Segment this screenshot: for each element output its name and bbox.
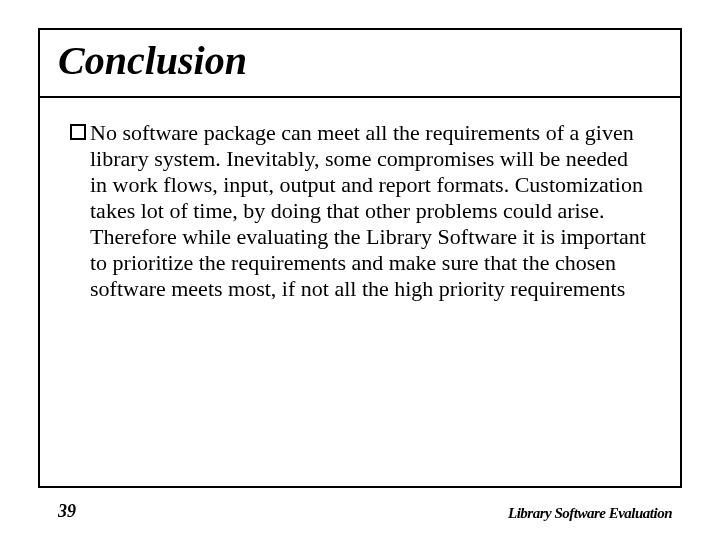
square-bullet-icon	[70, 124, 86, 140]
slide-title: Conclusion	[58, 40, 662, 82]
content-frame: Conclusion No software package can meet …	[38, 28, 682, 488]
body-block: No software package can meet all the req…	[40, 98, 680, 312]
bullet-text: No software package can meet all the req…	[90, 120, 650, 302]
page-number: 39	[58, 501, 76, 522]
footer-title: Library Software Evaluation	[508, 505, 672, 522]
bullet-item: No software package can meet all the req…	[70, 120, 650, 302]
slide: Conclusion No software package can meet …	[0, 0, 720, 540]
title-block: Conclusion	[40, 30, 680, 98]
footer: 39 Library Software Evaluation	[58, 501, 672, 522]
